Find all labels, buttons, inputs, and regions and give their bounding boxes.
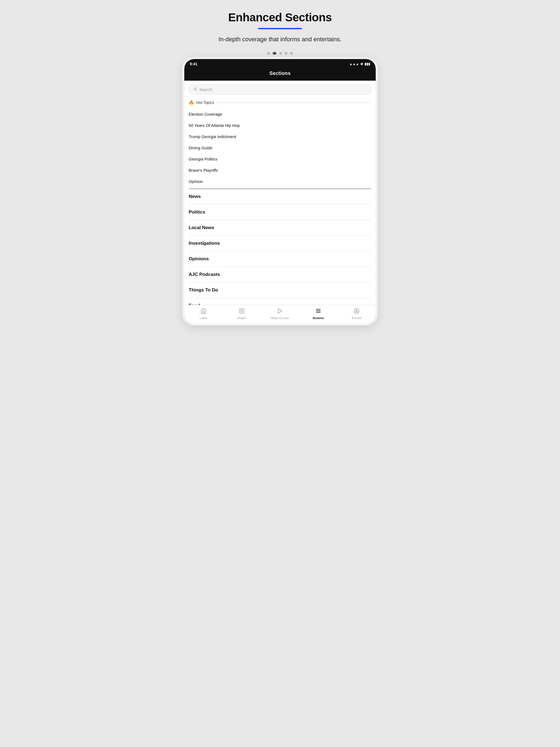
sections-icon: [315, 308, 321, 315]
status-icons: ▲▲▲ ⊛ ▮▮▮: [349, 62, 370, 66]
latest-icon: [200, 308, 206, 315]
section-opinions[interactable]: Opinions: [189, 251, 371, 267]
dot-1[interactable]: [267, 52, 270, 55]
sections-label: Sections: [312, 317, 324, 319]
nav-watch-listen[interactable]: Watch & Listen: [261, 308, 299, 319]
section-politics[interactable]: Politics: [189, 205, 371, 220]
section-news[interactable]: News: [189, 189, 371, 205]
status-bar: 9:41 ▲▲▲ ⊛ ▮▮▮: [184, 59, 376, 68]
bottom-nav: Latest ePaper Watch & Listen: [184, 305, 376, 324]
hot-topics-label: Hot Topics: [196, 100, 214, 105]
svg-point-11: [356, 310, 357, 311]
device-frame: 9:41 ▲▲▲ ⊛ ▮▮▮ Sections Search: [184, 59, 376, 324]
epaper-icon: [239, 308, 245, 315]
svg-line-1: [196, 90, 197, 91]
watch-listen-label: Watch & Listen: [271, 317, 289, 319]
blue-accent-bar: [258, 28, 302, 29]
page-header: Enhanced Sections In-depth coverage that…: [184, 11, 376, 44]
hot-topic-item-4[interactable]: Dining Guide: [189, 142, 371, 153]
nav-epaper[interactable]: ePaper: [223, 308, 261, 319]
fire-icon: 🔥: [189, 100, 194, 105]
dot-2[interactable]: [273, 52, 276, 55]
nav-sections[interactable]: Sections: [299, 308, 337, 319]
search-placeholder[interactable]: Search: [199, 87, 367, 92]
hot-topics-header: 🔥 Hot Topics: [189, 100, 371, 105]
hot-topic-item-1[interactable]: Election Coverage: [189, 108, 371, 120]
account-label: Account: [352, 317, 361, 319]
page-subtitle: In-depth coverage that informs and enter…: [184, 35, 376, 44]
hot-topic-item-5[interactable]: Georgia Politics: [189, 153, 371, 164]
svg-point-0: [194, 88, 196, 90]
hot-topic-item-6[interactable]: Brave's Playoffs: [189, 164, 371, 176]
app-header-title: Sections: [269, 71, 290, 76]
page-title: Enhanced Sections: [184, 11, 376, 24]
epaper-label: ePaper: [237, 317, 246, 319]
dot-4[interactable]: [285, 52, 287, 55]
scrollable-content[interactable]: Search 🔥 Hot Topics Election Coverage 50…: [184, 81, 376, 305]
status-time: 9:41: [190, 62, 198, 66]
dot-indicators: [267, 52, 293, 55]
nav-account[interactable]: Account: [337, 308, 376, 319]
nav-latest[interactable]: Latest: [184, 308, 223, 319]
svg-marker-6: [278, 309, 282, 313]
latest-label: Latest: [200, 317, 207, 319]
section-things-to-do[interactable]: Things To Do: [189, 282, 371, 298]
dot-5[interactable]: [290, 52, 293, 55]
hot-topic-item-2[interactable]: 50 Years Of Atlanta Hip Hop: [189, 120, 371, 131]
search-icon: [193, 87, 197, 92]
section-investigations[interactable]: Investigations: [189, 236, 371, 251]
sections-list: News Politics Local News Investigations …: [184, 189, 376, 305]
app-header: Sections: [184, 68, 376, 81]
section-food[interactable]: Food: [189, 298, 371, 305]
hot-topic-item-7[interactable]: Opinion: [189, 176, 371, 187]
svg-point-10: [354, 308, 359, 313]
section-local-news[interactable]: Local News: [189, 220, 371, 236]
hot-topics-section: Search 🔥 Hot Topics Election Coverage 50…: [184, 81, 376, 189]
watch-listen-icon: [277, 308, 283, 315]
signal-icon: ▲▲▲: [349, 62, 359, 66]
hot-topic-item-3[interactable]: Trump Georgia Indictment: [189, 131, 371, 142]
search-bar[interactable]: Search: [189, 84, 371, 95]
account-icon: [354, 308, 360, 315]
wifi-icon: ⊛: [360, 62, 363, 66]
section-ajc-podcasts[interactable]: AJC Podcasts: [189, 267, 371, 282]
dot-3[interactable]: [279, 52, 282, 55]
battery-icon: ▮▮▮: [364, 62, 370, 66]
